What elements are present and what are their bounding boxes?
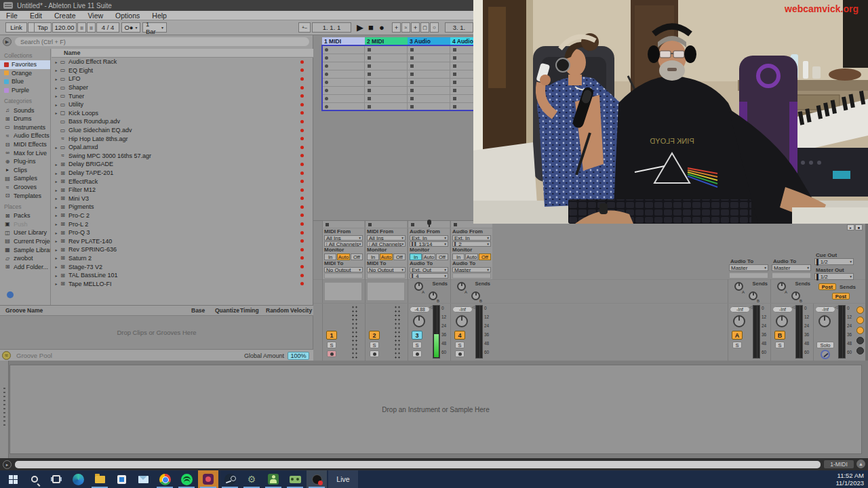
expand-arrow-icon[interactable]: ▸ [54, 179, 59, 184]
stream-app-button[interactable] [198, 470, 218, 488]
clip-slot[interactable] [365, 46, 407, 54]
clip-slot[interactable] [365, 95, 407, 102]
expand-arrow-icon[interactable]: ▸ [54, 273, 59, 278]
solo-button[interactable]: S [327, 342, 336, 348]
menu-item[interactable]: Edit [24, 12, 48, 20]
return-activator[interactable]: A [732, 331, 743, 340]
browser-item[interactable]: ▸ ⊞ TAL BassLine 101 [52, 271, 313, 280]
scene-launch-button[interactable] [856, 306, 864, 314]
clip-slot[interactable] [408, 46, 450, 54]
expand-arrow-icon[interactable]: ▸ [54, 102, 59, 107]
expand-arrow-icon[interactable]: ▸ [54, 230, 59, 235]
stop-all-clips-button[interactable]: ■ [855, 224, 863, 230]
expand-arrow-icon[interactable]: ▸ [54, 77, 59, 81]
edge-button[interactable] [68, 470, 88, 488]
expand-arrow-icon[interactable]: ▸ [54, 60, 59, 64]
sidebar-category-item[interactable]: ⊞ Drums [0, 115, 50, 123]
browser-item[interactable]: ≈ Swing MPC 3000 16ths 57.agr [52, 152, 313, 161]
expand-arrow-icon[interactable]: ▸ [54, 188, 59, 192]
expand-arrow-icon[interactable]: ▸ [54, 162, 59, 167]
expand-arrow-icon[interactable]: ▸ [54, 222, 59, 226]
master-out-select[interactable]: ▌1/2▾ [814, 273, 854, 280]
metronome-button[interactable]: O●▾ [121, 22, 140, 33]
chrome-button[interactable] [155, 470, 175, 488]
solo-button[interactable]: S [455, 342, 465, 348]
menu-item[interactable]: File [0, 12, 24, 20]
stop-clips-button[interactable] [322, 221, 364, 228]
crossfader-icon[interactable] [821, 350, 830, 359]
midi-to-select[interactable]: No Output▾ [367, 267, 406, 272]
track-activator[interactable]: 2 [369, 331, 380, 340]
taskbar-search-button[interactable] [24, 470, 45, 488]
clip-slot[interactable] [322, 46, 364, 54]
midi-to-select[interactable]: No Output▾ [324, 267, 363, 272]
sidebar-item-zwobot[interactable]: ▱ zwobot [0, 254, 50, 263]
expand-tray-icon[interactable]: ▲ [856, 460, 865, 468]
time-signature-field[interactable]: 4 / 4 [96, 22, 119, 33]
spotify-button[interactable] [176, 470, 197, 488]
pan-knob[interactable] [413, 315, 425, 327]
scene-launch-button[interactable] [856, 347, 864, 354]
solo-button[interactable]: S [412, 342, 422, 348]
clip-slot[interactable] [365, 70, 407, 78]
sidebar-item-blue[interactable]: Blue [0, 77, 50, 86]
expand-arrow-icon[interactable]: ▸ [54, 264, 59, 269]
browser-item[interactable]: ▸ ⊞ Pro-C 2 [52, 211, 313, 220]
start-button[interactable] [3, 470, 23, 488]
browser-item[interactable]: ▭ Bass Roundup.adv [52, 117, 313, 126]
arm-button[interactable] [455, 350, 465, 357]
clip-slot[interactable] [322, 79, 364, 86]
sidebar-item-user-library[interactable]: ◫ User Library [0, 228, 50, 237]
browser-item[interactable]: ▸ ⊞ Rev PLATE-140 [52, 237, 313, 245]
sidebar-category-item[interactable]: ▤ Samples [0, 174, 50, 183]
sidebar-item-sample-library[interactable]: ▦ Sample Library [0, 245, 50, 254]
audio-to-select[interactable]: Master▾ [452, 267, 491, 272]
clip-slot[interactable] [322, 87, 364, 94]
ableton-live-taskbar-button[interactable]: Live [328, 470, 358, 488]
cassette-app-button[interactable] [285, 470, 305, 488]
steam-button[interactable] [220, 470, 240, 488]
send-a-pre-post-button[interactable]: Post [818, 283, 836, 290]
sidebar-category-item[interactable]: ⊟ MIDI Effects [0, 140, 50, 149]
stop-clips-button[interactable] [365, 221, 407, 228]
monitor-auto[interactable]: Auto [465, 253, 477, 260]
gear-app-button[interactable]: ⚙ [241, 470, 262, 488]
volume-display[interactable]: -Inf [772, 306, 793, 312]
browser-item[interactable]: ▸ ▭ Opal.amxd [52, 143, 313, 152]
cue-out-select[interactable]: ▌1/2▾ [814, 258, 854, 265]
groove-pool-drop-zone[interactable]: Drop Clips or Grooves Here [0, 316, 313, 349]
sidebar-item-orange[interactable]: Orange [0, 69, 50, 78]
clip-slot[interactable] [408, 70, 450, 78]
track-activator[interactable]: 3 [412, 331, 422, 340]
expand-arrow-icon[interactable]: ▸ [54, 256, 59, 260]
browser-item[interactable]: ▸ ▭ Utility [52, 100, 313, 109]
scene-launch-button[interactable] [856, 337, 864, 344]
send-b-pre-post-button[interactable]: Post [832, 293, 850, 300]
track-activator[interactable]: 1 [326, 331, 337, 340]
expand-arrow-icon[interactable]: ▸ [54, 196, 59, 201]
solo-cue-button[interactable]: Solo [816, 342, 834, 348]
browser-play-icon[interactable]: ▶ [3, 37, 12, 46]
track-header-3[interactable]: 3 Audio [408, 37, 450, 45]
sidebar-category-item[interactable]: ▭ Instruments [0, 123, 50, 132]
expand-arrow-icon[interactable]: ▸ [54, 68, 59, 73]
scene-launch-button[interactable] [856, 317, 864, 324]
tap-button[interactable]: Tap [34, 22, 52, 33]
sidebar-category-item[interactable]: ≈ Audio Effects [0, 131, 50, 140]
audio-to-select[interactable]: Master▾ [729, 264, 768, 271]
clip-slot[interactable] [322, 70, 364, 78]
clip-slot[interactable] [322, 54, 364, 62]
clip-slot[interactable] [408, 62, 450, 70]
store-button[interactable] [111, 470, 132, 488]
monitor-off[interactable]: Off [479, 253, 491, 260]
monitor-auto[interactable]: Auto [380, 253, 392, 260]
sidebar-item-current-project[interactable]: ▤ Current Project [0, 237, 50, 246]
expand-arrow-icon[interactable]: ▸ [54, 94, 59, 98]
clip-slot[interactable] [408, 54, 450, 62]
monitor-in[interactable]: In [367, 253, 379, 260]
expand-arrow-icon[interactable]: ▸ [54, 145, 59, 150]
loop-button[interactable]: ○ [430, 22, 439, 33]
browser-item[interactable]: ≈ Hip Hop Late 8ths.agr [52, 134, 313, 143]
monitor-auto[interactable]: Auto [422, 253, 435, 260]
midi-channel-select[interactable]: [All Channels▾ [324, 241, 363, 247]
